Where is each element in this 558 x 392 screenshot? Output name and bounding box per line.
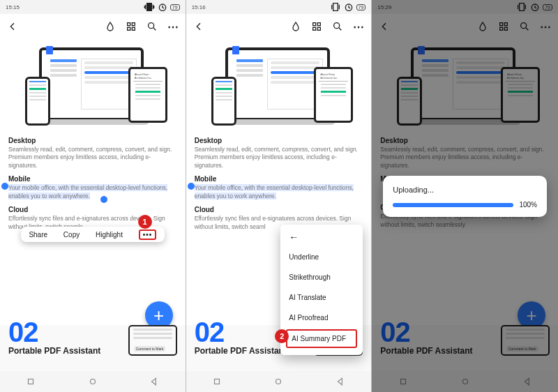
svg-rect-14: [214, 379, 219, 384]
status-icons: 79: [330, 1, 366, 13]
svg-rect-10: [318, 23, 321, 26]
nav-recent-icon[interactable]: [26, 377, 36, 386]
document-content[interactable]: About KhanArchitects Inc. Desktop Seamle…: [0, 39, 186, 325]
alarm-icon: [157, 1, 168, 13]
section-desktop-title: Desktop: [8, 137, 177, 144]
section-desktop-body: Seamlessly read, edit, comment, compress…: [195, 146, 363, 169]
nav-back-icon[interactable]: [335, 377, 345, 386]
nav-home-icon[interactable]: [88, 377, 98, 386]
svg-rect-11: [313, 27, 316, 30]
grid-icon[interactable]: [126, 21, 137, 32]
popup-highlight[interactable]: Highlight: [96, 231, 123, 239]
uploading-title: Uploading...: [393, 186, 537, 194]
search-icon[interactable]: [146, 21, 158, 32]
panel-step-3: 15:29 79 ⋯ About KhanArchitects Inc. Des…: [372, 0, 558, 392]
more-icon[interactable]: ⋯: [353, 21, 364, 32]
upload-progress-fill: [393, 203, 513, 207]
popup-copy[interactable]: Copy: [63, 231, 80, 239]
upload-percent: 100%: [519, 201, 537, 209]
section-mobile-body: Your mobile office, with the essential d…: [8, 184, 177, 200]
section-desktop-title: Desktop: [195, 137, 363, 144]
battery-icon: 79: [170, 4, 180, 10]
svg-rect-1: [127, 23, 130, 26]
nav-home-icon[interactable]: [273, 377, 283, 386]
panel-step-1: 15:15 79 ⋯ About KhanArchitects Inc. Des…: [0, 0, 186, 392]
svg-point-5: [148, 23, 153, 29]
svg-rect-6: [29, 379, 33, 384]
hero-illustration: About KhanArchitects Inc.: [197, 47, 361, 131]
vibrate-icon: [144, 1, 155, 13]
popup-share[interactable]: Share: [29, 231, 47, 239]
status-icons: 79: [144, 1, 180, 13]
dropdown-strikethrough[interactable]: Strikethrough: [280, 267, 363, 287]
device-thumb: Comment to Mark: [128, 325, 177, 356]
svg-rect-9: [313, 23, 316, 26]
section-mobile-body: Your mobile office, with the essential d…: [195, 184, 363, 200]
dropdown-back-icon[interactable]: ←: [280, 232, 363, 247]
hero-illustration: About KhanArchitects Inc.: [11, 47, 174, 131]
svg-point-15: [276, 379, 281, 384]
dropdown-ai-translate[interactable]: AI Translate: [280, 287, 363, 308]
svg-rect-2: [132, 23, 135, 26]
back-icon[interactable]: [193, 21, 204, 32]
section-cloud-title: Cloud: [195, 206, 363, 213]
bookmark-icon: [46, 46, 53, 54]
uploading-dialog: Uploading... 100%: [383, 176, 547, 217]
popup-more[interactable]: •••: [139, 229, 157, 240]
android-nav-bar: [0, 371, 186, 392]
svg-rect-3: [127, 27, 130, 30]
dropdown-ai-proofread[interactable]: AI Proofread: [280, 308, 363, 328]
nav-back-icon[interactable]: [149, 377, 159, 386]
grid-icon[interactable]: [311, 21, 322, 32]
android-nav-bar: [186, 371, 372, 392]
next-page-preview: 02 Portable PDF Assistant Comment to Mar…: [8, 318, 177, 356]
section-cloud-title: Cloud: [8, 206, 177, 213]
top-bar: ⋯: [0, 14, 186, 39]
text-selection-popup: Share Copy Highlight •••: [21, 227, 165, 242]
status-time: 15:15: [6, 4, 20, 10]
svg-point-7: [90, 379, 95, 384]
ink-icon[interactable]: [290, 21, 301, 32]
more-icon[interactable]: ⋯: [167, 21, 179, 32]
battery-icon: 79: [356, 4, 366, 10]
svg-point-13: [334, 23, 340, 29]
dropdown-ai-summary-pdf[interactable]: AI Summary PDF: [286, 329, 357, 348]
dropdown-underline[interactable]: Underline: [280, 247, 363, 267]
more-actions-dropdown: ← Underline Strikethrough AI Translate A…: [280, 225, 363, 355]
annotation-badge-1: 1: [138, 215, 152, 229]
status-bar: 15:16 79: [186, 0, 372, 14]
status-bar: 15:15 79: [0, 0, 186, 14]
section-desktop-body: Seamlessly read, edit, comment, compress…: [8, 146, 177, 169]
panel-step-2: 15:16 79 ⋯ About KhanArchitects Inc. Des…: [186, 0, 372, 392]
section-mobile-title: Mobile: [195, 175, 363, 183]
upload-progress-bar: [393, 203, 513, 207]
top-bar: ⋯: [186, 14, 372, 39]
back-icon[interactable]: [7, 21, 18, 32]
bookmark-icon: [232, 46, 239, 54]
svg-rect-4: [132, 27, 135, 30]
vibrate-icon: [330, 1, 341, 13]
search-icon[interactable]: [332, 21, 343, 32]
nav-recent-icon[interactable]: [212, 377, 222, 386]
ink-icon[interactable]: [105, 21, 116, 32]
status-time: 15:16: [192, 4, 206, 10]
alarm-icon: [343, 1, 354, 13]
svg-rect-12: [318, 27, 321, 30]
section-mobile-title: Mobile: [8, 175, 177, 183]
